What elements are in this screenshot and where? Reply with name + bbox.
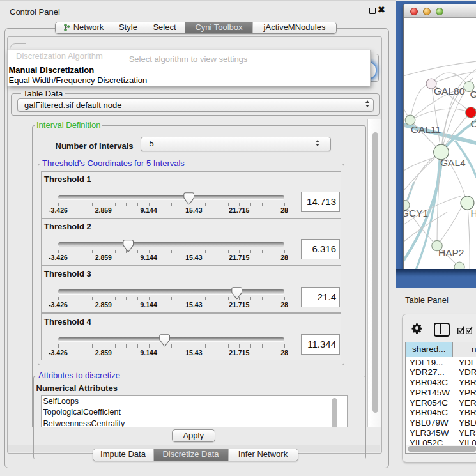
svg-text:H: H <box>471 208 476 219</box>
svg-text:HAP2: HAP2 <box>438 247 464 258</box>
svg-text:GAL11: GAL11 <box>411 124 441 135</box>
svg-text:C: C <box>471 118 476 129</box>
svg-text:GCY1: GCY1 <box>404 208 428 219</box>
svg-text:GAL80: GAL80 <box>434 86 465 96</box>
svg-text:GA: GA <box>470 89 476 100</box>
svg-text:GAL4: GAL4 <box>440 157 466 168</box>
